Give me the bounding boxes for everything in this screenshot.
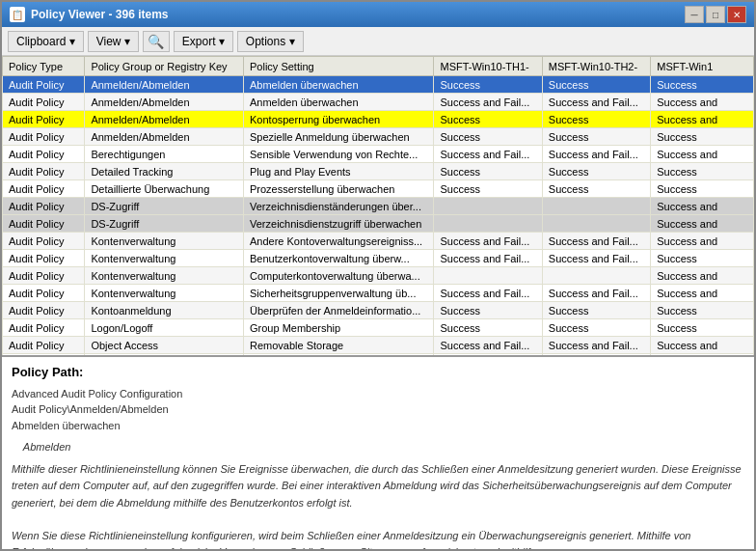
toolbar: Clipboard ▾ View ▾ 🔍 Export ▾ Options ▾ <box>2 27 754 56</box>
main-window: 📋 Policy Viewer - 396 items ─ □ ✕ Clipbo… <box>0 0 756 551</box>
col-header-msft3: MSFT-Win1 <box>651 57 754 76</box>
search-button[interactable]: 🔍 <box>143 31 170 52</box>
table-area: Policy Type Policy Group or Registry Key… <box>2 56 754 355</box>
maximize-button[interactable]: □ <box>706 6 725 23</box>
table-row[interactable]: Audit PolicyObject AccessRemovable Stora… <box>3 337 754 354</box>
policy-path-title: Policy Path: <box>12 363 744 382</box>
minimize-button[interactable]: ─ <box>685 6 704 23</box>
col-header-group: Policy Group or Registry Key <box>85 57 244 76</box>
policy-description: Mithilfe dieser Richtlinieneinstellung k… <box>12 461 744 512</box>
table-container[interactable]: Policy Type Policy Group or Registry Key… <box>2 56 754 355</box>
table-row[interactable]: Audit PolicyDetailed TrackingPlug and Pl… <box>3 163 754 180</box>
breadcrumb-line1: Advanced Audit Policy Configuration <box>12 386 744 402</box>
table-row[interactable]: Audit PolicyKontenverwaltungSicherheitsg… <box>3 285 754 302</box>
col-header-setting: Policy Setting <box>244 57 434 76</box>
title-bar: 📋 Policy Viewer - 396 items ─ □ ✕ <box>2 2 754 27</box>
view-button[interactable]: View ▾ <box>88 31 139 52</box>
main-content: Policy Type Policy Group or Registry Key… <box>2 56 754 549</box>
col-header-type: Policy Type <box>3 57 85 76</box>
policy-name: Abmelden <box>12 439 744 455</box>
col-header-msft2: MSFT-Win10-TH2- <box>542 57 650 76</box>
table-row[interactable]: Audit PolicyAnmelden/AbmeldenAbmelden üb… <box>3 76 754 94</box>
export-button[interactable]: Export ▾ <box>174 31 233 52</box>
search-icon: 🔍 <box>148 34 164 49</box>
table-row[interactable]: Audit PolicyAnmelden/AbmeldenKontosperru… <box>3 111 754 128</box>
table-row[interactable]: Audit PolicyKontenverwaltungAndere Konto… <box>3 233 754 250</box>
breadcrumb-line2: Audit Policy\Anmelden/Abmelden <box>12 401 744 418</box>
title-bar-left: 📋 Policy Viewer - 396 items <box>10 7 169 22</box>
table-row[interactable]: Audit PolicyAnmelden/AbmeldenAnmelden üb… <box>3 94 754 111</box>
window-title: Policy Viewer - 396 items <box>31 8 169 21</box>
policy-description2: Wenn Sie diese Richtlinieneinstellung ko… <box>12 528 744 549</box>
policy-table: Policy Type Policy Group or Registry Key… <box>2 56 754 355</box>
table-row[interactable]: Audit PolicyLogon/LogoffGroup Membership… <box>3 319 754 337</box>
table-row[interactable]: Audit PolicyDS-ZugriffVerzeichnisdienstä… <box>3 198 754 215</box>
table-row[interactable]: Audit PolicyAnmelden/AbmeldenSpezielle A… <box>3 128 754 146</box>
clipboard-button[interactable]: Clipboard ▾ <box>8 31 84 52</box>
table-row[interactable]: Audit PolicyKontoanmeldungÜberprüfen der… <box>3 302 754 319</box>
col-header-msft1: MSFT-Win10-TH1- <box>434 57 542 76</box>
table-row[interactable]: Audit PolicyKontenverwaltungComputerkont… <box>3 267 754 285</box>
options-button[interactable]: Options ▾ <box>237 31 304 52</box>
table-row[interactable]: Audit PolicyBerechtigungenSensible Verwe… <box>3 146 754 163</box>
table-row[interactable]: Audit PolicyKontenverwaltungBenutzerkont… <box>3 250 754 267</box>
policy-path-breadcrumb: Advanced Audit Policy Configuration Audi… <box>12 386 744 434</box>
policy-path-panel: Policy Path: Advanced Audit Policy Confi… <box>2 355 754 549</box>
close-button[interactable]: ✕ <box>727 6 746 23</box>
breadcrumb-line3: Abmelden überwachen <box>12 418 744 434</box>
app-icon: 📋 <box>10 7 25 22</box>
window-controls: ─ □ ✕ <box>685 6 746 23</box>
table-row[interactable]: Audit PolicyDS-ZugriffVerzeichnisdienstz… <box>3 215 754 233</box>
table-row[interactable]: Audit PolicyDetaillierte ÜberwachungProz… <box>3 180 754 198</box>
